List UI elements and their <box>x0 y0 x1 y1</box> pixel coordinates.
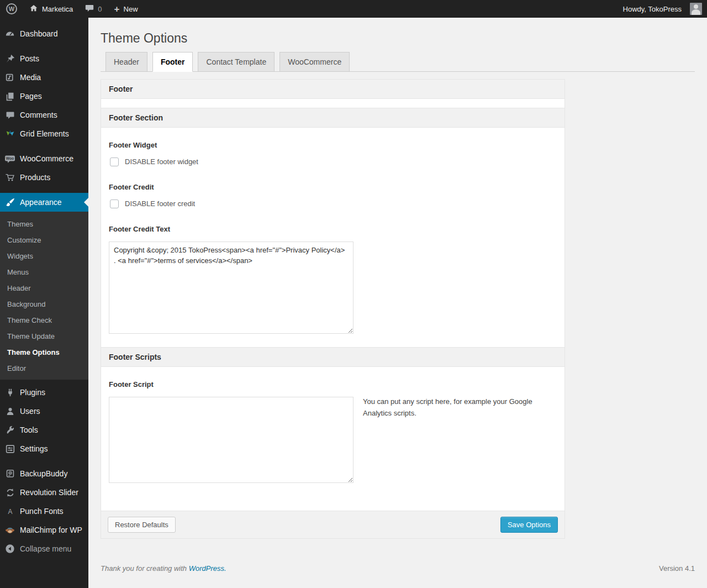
footer-credit-label: Footer Credit <box>109 183 557 191</box>
mailchimp-monkey-icon <box>4 524 15 536</box>
submenu-item-customize[interactable]: Customize <box>0 232 88 248</box>
submenu-item-widgets[interactable]: Widgets <box>0 248 88 264</box>
sidebar-item-label: Media <box>20 73 41 82</box>
submenu-item-menus[interactable]: Menus <box>0 264 88 280</box>
sidebar-item-revolution-slider[interactable]: Revolution Slider <box>0 483 88 502</box>
sidebar-item-label: Collapse menu <box>20 544 71 553</box>
panel-gap <box>101 99 564 108</box>
sidebar-item-dashboard[interactable]: Dashboard <box>0 24 88 43</box>
sidebar-item-label: Users <box>20 407 40 416</box>
footer-credit-checkbox-row: DISABLE footer credit <box>109 200 557 208</box>
tab-contact-template[interactable]: Contact Template <box>198 52 275 72</box>
disable-footer-widget-label: DISABLE footer widget <box>125 158 198 166</box>
sidebar-item-collapse-menu[interactable]: Collapse menu <box>0 539 88 558</box>
menu-separator <box>0 43 88 49</box>
appearance-submenu: Themes Customize Widgets Menus Header Ba… <box>0 212 88 380</box>
submenu-item-header[interactable]: Header <box>0 280 88 296</box>
tab-header[interactable]: Header <box>105 52 147 72</box>
pages-icon <box>4 91 15 102</box>
sidebar-item-label: Plugins <box>20 388 45 397</box>
footer-widget-checkbox-row: DISABLE footer widget <box>109 158 557 166</box>
sidebar-item-comments[interactable]: Comments <box>0 106 88 124</box>
woocommerce-icon: Woo <box>4 153 15 164</box>
sidebar-item-users[interactable]: Users <box>0 402 88 421</box>
disable-footer-credit-checkbox[interactable] <box>110 200 119 208</box>
sidebar-item-appearance[interactable]: Appearance <box>0 193 88 212</box>
footer-scripts-body: Footer Script You can put any script her… <box>101 367 564 511</box>
page-title: Theme Options <box>101 30 695 47</box>
theme-options-panel: Footer Footer Section Footer Widget DISA… <box>101 79 565 539</box>
home-icon <box>29 4 38 14</box>
wordpress-link[interactable]: WordPress. <box>189 564 226 573</box>
paintbrush-icon <box>4 197 15 208</box>
sidebar-item-tools[interactable]: Tools <box>0 421 88 439</box>
panel-action-bar: Restore Defaults Save Options <box>101 511 564 539</box>
sidebar-item-plugins[interactable]: Plugins <box>0 383 88 402</box>
submenu-item-theme-options[interactable]: Theme Options <box>0 344 88 360</box>
submenu-item-theme-check[interactable]: Theme Check <box>0 312 88 328</box>
admin-footer: Thank you for creating with WordPress. V… <box>101 564 695 580</box>
comment-bubble-icon <box>85 4 94 14</box>
sidebar-item-settings[interactable]: Settings <box>0 439 88 458</box>
new-content-menu[interactable]: + New <box>108 0 144 18</box>
comments-bubble-link[interactable]: 0 <box>79 0 108 18</box>
sidebar-item-backupbuddy[interactable]: BackupBuddy <box>0 464 88 483</box>
wordpress-logo-menu[interactable]: W <box>0 0 23 18</box>
comments-icon <box>4 109 15 120</box>
sidebar-item-label: WooCommerce <box>20 154 73 163</box>
sidebar-item-woocommerce[interactable]: Woo WooCommerce <box>0 149 88 168</box>
main-content: Theme Options Header Footer Contact Temp… <box>88 0 707 580</box>
panel-header-footer: Footer <box>101 80 564 99</box>
disable-footer-credit-label: DISABLE footer credit <box>125 200 195 208</box>
settings-icon <box>4 443 15 454</box>
sidebar-item-label: Grid Elements <box>20 129 69 138</box>
submenu-item-background[interactable]: Background <box>0 296 88 312</box>
save-options-button[interactable]: Save Options <box>500 517 558 533</box>
footer-section-body: Footer Widget DISABLE footer widget Foot… <box>101 128 564 347</box>
sidebar-item-products[interactable]: Products <box>0 168 88 187</box>
sidebar-item-label: Dashboard <box>20 29 58 38</box>
user-icon <box>4 406 15 417</box>
backup-drive-icon <box>4 468 15 479</box>
footer-thanks-text: Thank you for creating with <box>101 564 187 573</box>
sidebar-item-label: Punch Fonts <box>20 507 64 516</box>
grid-elements-icon <box>4 128 15 139</box>
menu-separator <box>0 187 88 193</box>
footer-credit-text-label: Footer Credit Text <box>109 225 557 233</box>
footer-credit-text-textarea[interactable]: Copyright &copy; 2015 TokoPress<span><a … <box>109 242 354 334</box>
sidebar-item-label: Tools <box>20 426 38 434</box>
svg-text:A: A <box>8 507 12 515</box>
restore-defaults-button[interactable]: Restore Defaults <box>108 517 176 533</box>
sidebar-item-label: MailChimp for WP <box>20 526 82 534</box>
sidebar-item-media[interactable]: Media <box>0 68 88 87</box>
sidebar-item-grid-elements[interactable]: Grid Elements <box>0 124 88 143</box>
disable-footer-widget-checkbox[interactable] <box>110 158 119 166</box>
submenu-item-theme-update[interactable]: Theme Update <box>0 328 88 344</box>
submenu-item-editor[interactable]: Editor <box>0 360 88 376</box>
sidebar-item-label: Appearance <box>20 198 62 207</box>
menu-separator <box>0 143 88 149</box>
site-name-link[interactable]: Marketica <box>23 0 79 18</box>
footer-script-help-text: You can put any script here, for example… <box>363 396 535 419</box>
sidebar-item-punch-fonts[interactable]: A Punch Fonts <box>0 502 88 521</box>
dashboard-icon <box>4 28 15 39</box>
cart-icon <box>4 172 15 183</box>
footer-script-textarea[interactable] <box>109 397 354 483</box>
howdy-account-menu[interactable]: Howdy, TokoPress <box>617 0 707 18</box>
howdy-label: Howdy, TokoPress <box>623 5 682 13</box>
sidebar-item-label: Posts <box>20 54 39 63</box>
sidebar-item-pages[interactable]: Pages <box>0 87 88 106</box>
submenu-item-themes[interactable]: Themes <box>0 216 88 232</box>
section-header-footer-scripts: Footer Scripts <box>101 347 564 367</box>
version-label: Version 4.1 <box>659 564 695 573</box>
tab-woocommerce[interactable]: WooCommerce <box>279 52 350 72</box>
tab-footer[interactable]: Footer <box>152 52 193 72</box>
refresh-arrows-icon <box>4 487 15 498</box>
footer-widget-label: Footer Widget <box>109 141 557 149</box>
sidebar-item-label: Products <box>20 173 50 182</box>
sidebar-item-posts[interactable]: Posts <box>0 49 88 68</box>
plus-icon: + <box>114 4 120 14</box>
sidebar-item-mailchimp[interactable]: MailChimp for WP <box>0 521 88 539</box>
user-avatar <box>690 3 702 15</box>
plugin-icon <box>4 387 15 398</box>
